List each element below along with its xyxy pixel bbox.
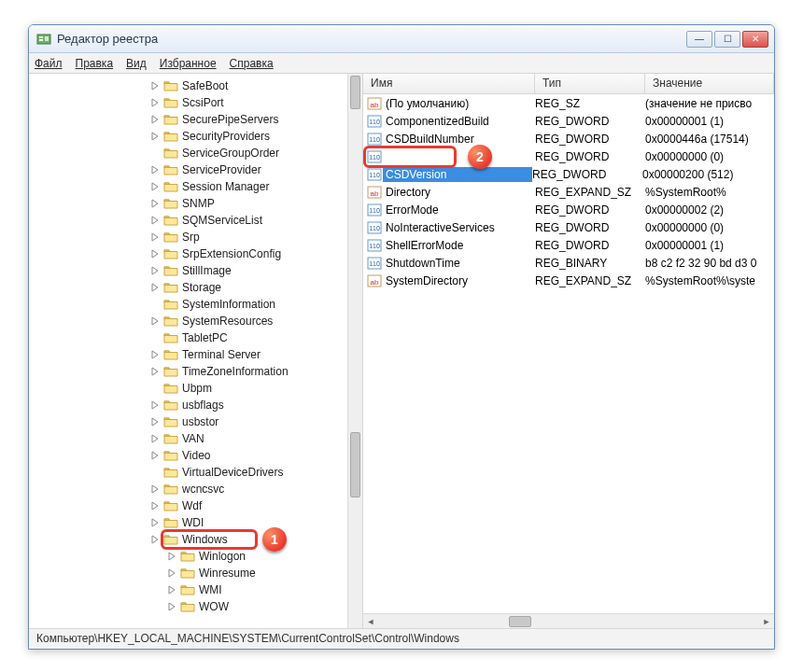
tree-item-label: ServiceProvider [182,163,261,176]
expand-icon[interactable] [150,266,160,275]
registry-tree[interactable]: SafeBootScsiPortSecurePipeServersSecurit… [29,74,347,619]
expand-icon[interactable] [150,484,160,494]
value-row[interactable]: 110ComponentizedBuildREG_DWORD0x00000001… [363,112,774,130]
tree-item[interactable]: WDI [29,514,347,531]
expand-icon[interactable] [150,350,160,359]
expand-icon[interactable] [150,232,160,242]
tree-item[interactable]: Terminal Server [29,346,347,363]
tree-item[interactable]: VirtualDeviceDrivers [29,464,347,481]
tree-item[interactable]: WOW [29,598,347,615]
maximize-button[interactable]: ☐ [714,31,740,48]
expand-icon[interactable] [150,535,160,544]
menu-edit[interactable]: Правка [76,57,114,70]
tree-item[interactable]: SrpExtensionConfig [29,245,347,262]
tree-item[interactable]: StillImage [29,262,347,279]
expand-icon[interactable] [150,300,160,309]
expand-icon[interactable] [150,283,160,292]
value-row[interactable]: abSystemDirectoryREG_EXPAND_SZ%SystemRoo… [363,272,774,289]
tree-item[interactable]: wcncsvc [29,481,347,497]
tree-item[interactable]: WMI [29,581,347,598]
tree-item[interactable]: SecurityProviders [29,128,347,145]
expand-icon[interactable] [150,367,160,376]
expand-icon[interactable] [150,148,160,158]
tree-item[interactable]: Winresume [29,565,347,581]
scrollbar-thumb[interactable] [509,616,531,627]
tree-item[interactable]: SecurePipeServers [29,111,347,128]
tree-item[interactable]: Wdf [29,497,347,514]
expand-icon[interactable] [150,132,160,141]
expand-icon[interactable] [150,468,160,477]
expand-icon[interactable] [150,434,160,443]
menu-view[interactable]: Вид [126,57,147,70]
tree-item[interactable]: ServiceGroupOrder [29,145,347,161]
expand-icon[interactable] [150,249,160,259]
expand-icon[interactable] [150,384,160,393]
col-name[interactable]: Имя [363,74,535,93]
expand-icon[interactable] [150,417,160,427]
tree-item[interactable]: Storage [29,279,347,296]
tree-item-label: SQMServiceList [182,214,262,227]
values-list[interactable]: ab(По умолчанию)REG_SZ(значение не присв… [363,94,774,289]
col-value[interactable]: Значение [645,74,774,93]
value-row[interactable]: 110ShutdownTimeREG_BINARYb8 c2 f2 32 90 … [363,254,774,272]
expand-icon[interactable] [150,333,160,343]
scroll-left-icon[interactable]: ◄ [363,615,378,628]
tree-scrollbar[interactable] [347,74,362,628]
expand-icon[interactable] [150,98,160,107]
tree-item[interactable]: usbstor [29,413,347,430]
scrollbar-thumb[interactable] [350,76,360,109]
tree-item[interactable]: ScsiPort [29,94,347,111]
expand-icon[interactable] [150,501,160,511]
tree-item[interactable]: Srp [29,229,347,245]
tree-item[interactable]: TabletPC [29,329,347,346]
expand-icon[interactable] [150,400,160,410]
tree-item[interactable]: Winlogon [29,548,347,565]
value-row[interactable]: 110CSDVersionREG_DWORD0x00000200 (512) [363,165,774,183]
tree-item[interactable]: Session Manager [29,178,347,195]
tree-item[interactable]: usbflags [29,397,347,413]
expand-icon[interactable] [150,199,160,208]
minimize-button[interactable]: — [686,31,712,48]
expand-icon[interactable] [167,568,176,578]
tree-item[interactable]: ServiceProvider [29,161,347,178]
tree-item[interactable]: Video [29,447,347,464]
tree-item[interactable]: SystemResources [29,313,347,329]
scroll-right-icon[interactable]: ► [759,615,774,628]
tree-item[interactable]: TimeZoneInformation [29,363,347,380]
expand-icon[interactable] [150,165,160,175]
expand-icon[interactable] [150,316,160,326]
close-button[interactable]: ✕ [742,31,768,48]
value-row[interactable]: ab(По умолчанию)REG_SZ(значение не присв… [363,94,774,112]
value-type: REG_EXPAND_SZ [535,186,645,199]
tree-item[interactable]: Ubpm [29,380,347,397]
menu-help[interactable]: Справка [230,57,274,70]
value-row[interactable]: 110REG_DWORD0x00000000 (0) [363,147,774,165]
value-row[interactable]: 110ShellErrorModeREG_DWORD0x00000001 (1) [363,236,774,254]
expand-icon[interactable] [150,451,160,460]
expand-icon[interactable] [150,81,160,91]
expand-icon[interactable] [150,216,160,225]
horizontal-scrollbar[interactable]: ◄ ► [363,613,774,628]
value-row[interactable]: abDirectoryREG_EXPAND_SZ%SystemRoot% [363,183,774,201]
expand-icon[interactable] [167,552,176,561]
tree-item[interactable]: SystemInformation [29,296,347,313]
menu-favorites[interactable]: Избранное [160,57,217,70]
expand-icon[interactable] [167,585,176,595]
value-row[interactable]: 110NoInteractiveServicesREG_DWORD0x00000… [363,218,774,236]
tree-item[interactable]: SQMServiceList [29,212,347,229]
expand-icon[interactable] [167,602,176,611]
titlebar[interactable]: Редактор реестра — ☐ ✕ [29,25,774,53]
menu-file[interactable]: Файл [35,57,63,70]
value-row[interactable]: 110ErrorModeREG_DWORD0x00000002 (2) [363,201,774,218]
folder-icon [163,415,178,428]
col-type[interactable]: Тип [535,74,645,93]
tree-item[interactable]: SafeBoot [29,77,347,94]
tree-item[interactable]: VAN [29,430,347,447]
expand-icon[interactable] [150,182,160,191]
scrollbar-thumb[interactable] [350,432,360,497]
expand-icon[interactable] [150,115,160,124]
tree-item[interactable]: Windows [29,531,347,548]
value-row[interactable]: 110CSDBuildNumberREG_DWORD0x0000446a (17… [363,130,774,147]
expand-icon[interactable] [150,518,160,527]
tree-item[interactable]: SNMP [29,195,347,212]
